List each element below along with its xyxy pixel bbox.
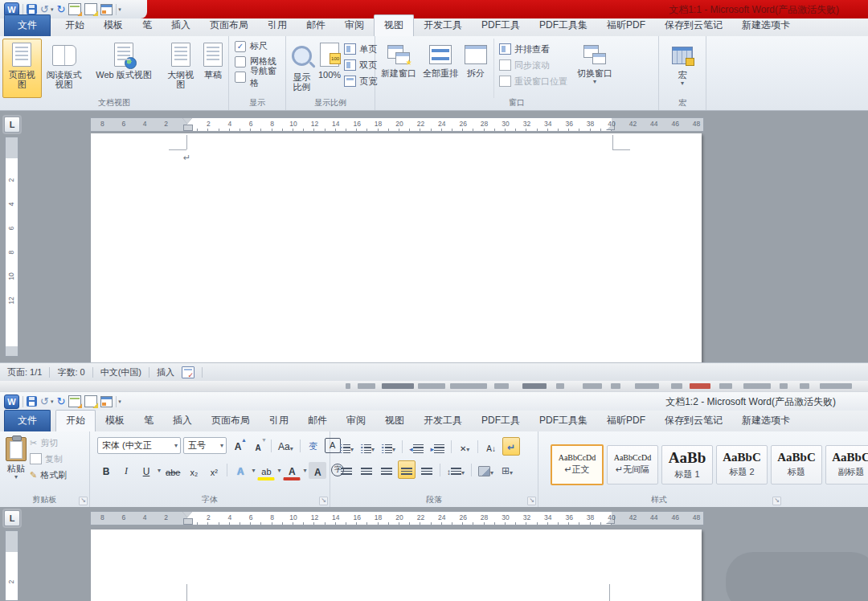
indent-marker[interactable] — [182, 118, 192, 131]
checkbox-icon[interactable] — [235, 72, 246, 83]
tab-视图[interactable]: 视图 — [374, 14, 414, 37]
tab-页面布局[interactable]: 页面布局 — [200, 15, 258, 36]
document-page[interactable] — [91, 529, 702, 601]
tab-文件[interactable]: 文件 — [4, 14, 51, 36]
borders-button[interactable]: ⊞▾ — [498, 460, 516, 479]
status-insert-mode[interactable]: 插入 — [157, 366, 174, 378]
align-right-button[interactable] — [378, 460, 395, 479]
tab-审阅[interactable]: 审阅 — [335, 15, 374, 36]
tab-页面布局[interactable]: 页面布局 — [202, 411, 260, 431]
font-family-select[interactable]: 宋体 (中文正▾ — [97, 437, 181, 454]
increase-indent-button[interactable]: ▸ — [428, 437, 448, 456]
customize-qat-icon[interactable]: ▾ — [118, 399, 121, 405]
tab-开发工具[interactable]: 开发工具 — [414, 15, 472, 36]
document-page[interactable]: ↵ — [91, 133, 702, 363]
zoom-100-button[interactable]: 100% — [315, 39, 344, 98]
format-painter-button[interactable]: ✎格式刷 — [30, 468, 67, 482]
distributed-button[interactable] — [418, 460, 436, 479]
undo-dropdown-icon[interactable]: ▾ — [51, 399, 54, 405]
redo-icon[interactable]: ↻ — [56, 395, 65, 408]
titlebar-window2[interactable]: W ↺ ▾ ↻ ▾ 文档1:2 - Microsoft Word(产品激活失败) — [0, 391, 868, 411]
tab-selector[interactable]: L — [4, 510, 20, 526]
tab-PDF工具[interactable]: PDF工具 — [472, 15, 530, 36]
asian-layout-button[interactable]: ✕▾ — [456, 437, 473, 456]
align-center-button[interactable] — [358, 460, 375, 479]
tab-邮件[interactable]: 邮件 — [297, 15, 335, 36]
highlight-color-button[interactable]: ab — [257, 460, 275, 480]
show-hide-marks-button[interactable]: ↵ — [502, 437, 520, 456]
edit-table-icon[interactable] — [68, 3, 81, 15]
clipboard-dialog-launcher[interactable]: ↘ — [79, 497, 88, 505]
draw-document-icon[interactable] — [84, 395, 97, 407]
tab-福昕PDF[interactable]: 福昕PDF — [597, 15, 655, 36]
window-tool-icon[interactable] — [100, 396, 113, 407]
sort-button[interactable]: A↓ — [482, 437, 500, 456]
styles-dialog-launcher[interactable]: ↘ — [772, 497, 781, 505]
vertical-ruler[interactable]: 24681012 — [5, 137, 18, 357]
style-card-标题 2[interactable]: AaBbC标题 2 — [716, 445, 768, 484]
dropdown-icon[interactable]: ▾ — [252, 468, 255, 474]
paragraph-dialog-launcher[interactable]: ↘ — [527, 497, 536, 505]
shrink-font-button[interactable]: A — [249, 436, 267, 455]
underline-dropdown-icon[interactable]: ▾ — [158, 468, 161, 474]
tab-审阅[interactable]: 审阅 — [337, 411, 375, 431]
one-page-button[interactable]: 单页 — [344, 42, 377, 56]
character-shading-button[interactable]: A — [309, 462, 326, 479]
underline-button[interactable]: U — [137, 461, 155, 480]
tab-开始[interactable]: 开始 — [55, 410, 96, 432]
style-card-正文[interactable]: AaBbCcDd↵正文 — [551, 444, 604, 485]
zoom-button[interactable]: 显示比例 — [289, 39, 315, 98]
draw-document-icon[interactable] — [84, 3, 97, 15]
tab-模板[interactable]: 模板 — [94, 15, 133, 36]
style-card-副标题[interactable]: AaBbC副标题 — [825, 445, 868, 484]
tab-保存到云笔记[interactable]: 保存到云笔记 — [655, 411, 732, 431]
outline-view-button[interactable]: 大纲视图 — [161, 39, 200, 98]
undo-icon[interactable]: ↺ — [40, 395, 49, 408]
view-side-by-side-button[interactable]: 并排查看 — [499, 42, 567, 56]
vertical-ruler[interactable]: 24 — [5, 530, 18, 601]
checkbox-icon[interactable] — [235, 56, 246, 67]
tab-视图[interactable]: 视图 — [375, 411, 414, 431]
checkbox-checked-icon[interactable]: ✓ — [235, 41, 246, 52]
tab-新建选项卡[interactable]: 新建选项卡 — [732, 15, 800, 36]
style-card-标题 1[interactable]: AaBb标题 1 — [661, 445, 713, 484]
tab-引用[interactable]: 引用 — [258, 15, 297, 36]
paste-button[interactable]: 粘贴 ▾ — [2, 434, 30, 495]
phonetic-guide-icon[interactable]: 变 — [305, 436, 322, 455]
tab-笔[interactable]: 笔 — [134, 411, 163, 431]
tab-新建选项卡[interactable]: 新建选项卡 — [732, 411, 800, 431]
multilevel-list-button[interactable]: ▾ — [379, 437, 398, 456]
two-pages-button[interactable]: 双页 — [344, 58, 377, 72]
print-layout-button[interactable]: 页面视图 — [2, 39, 42, 98]
draft-view-button[interactable]: 草稿 — [200, 39, 226, 98]
superscript-button[interactable]: x² — [205, 461, 223, 480]
shading-button[interactable]: ▾ — [476, 460, 496, 479]
new-window-button[interactable]: 新建窗口 — [378, 39, 420, 98]
status-page[interactable]: 页面: 1/1 — [7, 366, 42, 378]
checkbox-导航窗格[interactable]: 导航窗格 — [235, 69, 283, 84]
tab-开始[interactable]: 开始 — [55, 15, 94, 36]
line-spacing-button[interactable]: ↕▾ — [444, 460, 467, 479]
switch-windows-button[interactable]: 切换窗口 ▾ — [574, 39, 616, 98]
tab-文件[interactable]: 文件 — [4, 410, 51, 431]
tab-引用[interactable]: 引用 — [260, 411, 298, 431]
customize-qat-icon[interactable]: ▾ — [118, 6, 121, 13]
font-dialog-launcher[interactable]: ↘ — [319, 497, 328, 505]
indent-marker[interactable] — [182, 512, 192, 525]
bold-button[interactable]: B — [97, 461, 115, 480]
decrease-indent-button[interactable]: ◂ — [407, 437, 426, 456]
split-button[interactable]: 拆分 — [461, 39, 490, 98]
arrange-all-button[interactable]: 全部重排 — [420, 39, 461, 98]
tab-笔[interactable]: 笔 — [133, 15, 162, 36]
edit-table-icon[interactable] — [68, 395, 81, 407]
font-size-select[interactable]: 五号▾ — [183, 437, 227, 454]
tab-保存到云笔记[interactable]: 保存到云笔记 — [655, 15, 732, 36]
italic-button[interactable]: I — [117, 461, 135, 480]
change-case-button[interactable]: Aa▾ — [276, 436, 296, 455]
justify-button[interactable] — [398, 460, 416, 479]
save-icon[interactable] — [27, 4, 37, 14]
save-icon[interactable] — [27, 396, 37, 407]
font-color-button[interactable]: A — [283, 460, 301, 480]
tab-插入[interactable]: 插入 — [162, 15, 200, 36]
tab-福昕PDF[interactable]: 福昕PDF — [597, 411, 655, 431]
